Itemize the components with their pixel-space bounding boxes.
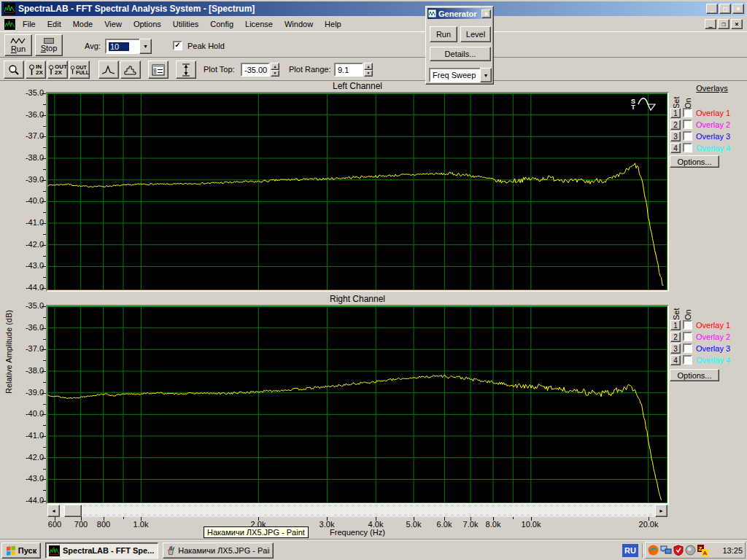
generator-level-button[interactable]: Level: [460, 26, 491, 42]
amplitude-scale-button[interactable]: [176, 61, 196, 79]
close-icon[interactable]: ×: [732, 4, 744, 14]
antivirus-shield-icon[interactable]: [673, 545, 684, 556]
menu-item-window[interactable]: Window: [279, 18, 319, 31]
y-tick-label: -41.0: [10, 218, 44, 227]
avg-dropdown-icon[interactable]: ▼: [139, 39, 152, 54]
generator-mode-combobox[interactable]: Freq Sweep ▼: [429, 68, 492, 82]
zoom-in-2x-button[interactable]: IN2X: [26, 61, 46, 79]
media-player-icon[interactable]: [648, 545, 659, 556]
run-label: Run: [11, 44, 26, 53]
task-button-paint[interactable]: Накамичи ЛХ5.JPG - Paint: [163, 542, 274, 559]
avg-value: 10: [109, 42, 129, 51]
network-icon[interactable]: [660, 545, 672, 556]
menu-item-mode[interactable]: Mode: [67, 18, 99, 31]
frequency-scrollbar[interactable]: ◄ ►: [47, 505, 667, 517]
task-button-spectralab[interactable]: SpectraLAB - FFT Spe...: [45, 542, 158, 559]
overlay-set-button-1[interactable]: 1: [670, 108, 681, 118]
right-channel-title: Right Channel: [219, 294, 496, 304]
display-options-button[interactable]: [148, 61, 169, 79]
overlay-set-button-4[interactable]: 4: [670, 355, 681, 365]
generator-run-button[interactable]: Run: [430, 26, 457, 42]
clock[interactable]: 13:25: [722, 546, 743, 555]
plot-top-input[interactable]: -35.00: [241, 63, 270, 77]
overlay-set-button-1[interactable]: 1: [670, 320, 681, 330]
overlay-on-checkbox-2[interactable]: [683, 120, 692, 129]
plot-top-spinner[interactable]: ▲▼: [271, 63, 279, 77]
menu-item-options[interactable]: Options: [128, 18, 167, 31]
scroll-left-icon[interactable]: ◄: [47, 505, 60, 517]
y-tick: [42, 501, 46, 502]
peak-hold-checkbox[interactable]: ✓: [173, 41, 182, 50]
mdi-close-icon[interactable]: ×: [731, 19, 743, 29]
zoom-in-2x-label: IN2X: [36, 64, 43, 76]
minimize-icon[interactable]: _: [706, 4, 718, 14]
zoom-out-2x-button[interactable]: OUT2X: [47, 61, 68, 79]
x-tick-label: 800: [88, 520, 120, 529]
zonealarm-icon[interactable]: ZA: [697, 545, 708, 556]
overlays-panel-top: Overlays Set On 1Overlay 12Overlay 23Ove…: [668, 82, 746, 170]
generator-close-icon[interactable]: ×: [481, 9, 491, 18]
overlay-on-checkbox-3[interactable]: [683, 131, 692, 141]
overlay-label: Overlay 4: [696, 144, 730, 152]
overlay-on-checkbox-4[interactable]: [683, 355, 692, 365]
window-title: SpectraLAB - FFT Spectral Analysis Syste…: [18, 4, 255, 14]
scrollbar-thumb[interactable]: [64, 505, 82, 517]
overlay-on-checkbox-3[interactable]: [683, 343, 692, 353]
y-tick-label: -42.0: [10, 240, 44, 249]
stop-button[interactable]: Stop: [35, 34, 63, 56]
x-axis-title: Frequency (Hz): [306, 528, 409, 537]
overlay-set-button-3[interactable]: 3: [670, 131, 681, 141]
mdi-minimize-icon[interactable]: _: [705, 19, 716, 29]
x-tick-label: 1.0k: [125, 520, 157, 529]
overlay-on-checkbox-1[interactable]: [683, 108, 692, 117]
task-label: Накамичи ЛХ5.JPG - Paint: [178, 546, 270, 555]
histogram-view-button[interactable]: [120, 61, 141, 79]
mdi-restore-icon[interactable]: ❐: [718, 19, 729, 29]
y-tick: [42, 349, 46, 350]
language-indicator[interactable]: RU: [622, 544, 638, 557]
spectrum-view-button[interactable]: [98, 61, 119, 79]
overlay-options-button[interactable]: Options...: [670, 155, 719, 168]
start-button[interactable]: Пуск: [1, 542, 41, 559]
generator-details-button[interactable]: Details...: [430, 47, 491, 61]
x-tick: [513, 517, 514, 519]
y-tick-label: -44.0: [10, 283, 44, 292]
overlay-on-checkbox-1[interactable]: [683, 320, 692, 330]
avg-combobox[interactable]: 10 ▼: [105, 39, 152, 54]
y-tick: [43, 490, 46, 491]
plot-range-input[interactable]: 9.1: [334, 63, 363, 77]
app-icon: [4, 3, 15, 15]
y-tick: [43, 212, 46, 213]
overlay-set-button-2[interactable]: 2: [670, 120, 681, 130]
y-tick-label: -41.0: [10, 431, 44, 440]
overlay-label: Overlay 4: [696, 356, 730, 365]
desktop: SpectraLAB - FFT Spectral Analysis Syste…: [0, 0, 747, 560]
menu-item-help[interactable]: Help: [319, 18, 347, 31]
volume-icon[interactable]: [685, 545, 696, 556]
zoom-out-full-button[interactable]: OUTFULL: [69, 61, 90, 79]
y-tick: [42, 414, 46, 415]
menu-item-view[interactable]: View: [98, 18, 128, 31]
plot-range-spinner[interactable]: ▲▼: [364, 63, 373, 77]
scroll-right-icon[interactable]: ►: [655, 505, 667, 517]
overlay-set-button-3[interactable]: 3: [670, 343, 681, 354]
overlay-set-button-2[interactable]: 2: [670, 332, 681, 342]
menu-item-edit[interactable]: Edit: [42, 18, 67, 31]
menu-item-utilities[interactable]: Utilities: [167, 18, 204, 31]
y-tick: [43, 425, 46, 426]
y-tick: [42, 93, 46, 94]
overlay-on-checkbox-4[interactable]: [683, 143, 692, 152]
menu-item-license[interactable]: License: [239, 18, 279, 31]
menu-item-file[interactable]: File: [17, 18, 42, 31]
mdi-system-icon[interactable]: [4, 19, 15, 30]
run-button[interactable]: Run: [4, 34, 32, 56]
overlay-on-checkbox-2[interactable]: [683, 332, 692, 341]
menu-item-config[interactable]: Config: [204, 18, 239, 31]
y-tick: [43, 469, 46, 470]
overlay-options-button[interactable]: Options...: [670, 369, 719, 381]
maximize-icon[interactable]: □: [719, 4, 731, 14]
zoom-button[interactable]: [4, 61, 24, 79]
generator-dropdown-icon[interactable]: ▼: [480, 68, 492, 82]
generator-icon: [428, 9, 436, 18]
overlay-set-button-4[interactable]: 4: [670, 143, 681, 153]
